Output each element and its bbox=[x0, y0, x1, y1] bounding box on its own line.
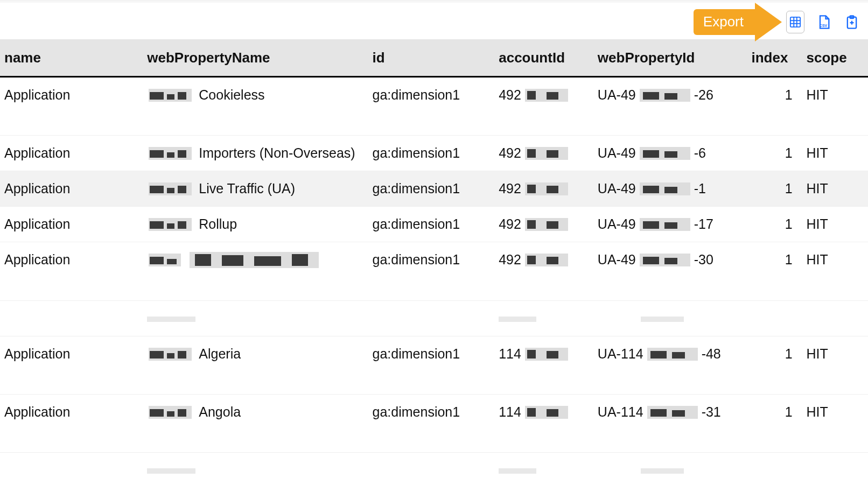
cell-webPropertyId: UA-114 -31 bbox=[593, 395, 747, 453]
group-gap bbox=[0, 453, 868, 479]
cell-id: ga:dimension1 bbox=[368, 395, 495, 453]
cell-accountId: 492 bbox=[494, 207, 593, 242]
cell-accountId: 114 bbox=[494, 336, 593, 395]
webPropertyId-suffix: -17 bbox=[694, 216, 713, 232]
export-callout-arrow: Export bbox=[694, 9, 782, 35]
webPropertyName-suffix: Rollup bbox=[199, 216, 237, 232]
webPropertyId-prefix: UA-114 bbox=[598, 346, 643, 362]
arrow-right-icon bbox=[755, 3, 782, 41]
cell-index: 1 bbox=[747, 77, 802, 136]
webPropertyId-suffix: -31 bbox=[702, 404, 721, 420]
webPropertyId-prefix: UA-49 bbox=[598, 145, 636, 161]
cell-webPropertyId: UA-49 -30 bbox=[593, 242, 747, 301]
export-csv-button[interactable]: CSV bbox=[815, 13, 832, 31]
cell-name: Application bbox=[0, 336, 143, 395]
cell-name: Application bbox=[0, 207, 143, 242]
copy-clipboard-button[interactable] bbox=[843, 13, 860, 31]
table-header-row: name webPropertyName id accountId webPro… bbox=[0, 40, 868, 77]
webPropertyId-prefix: UA-49 bbox=[598, 87, 636, 103]
cell-accountId: 492 bbox=[494, 242, 593, 301]
webPropertyName-suffix: Cookieless bbox=[199, 87, 264, 103]
accountId-prefix: 114 bbox=[499, 346, 521, 362]
cell-webPropertyId: UA-49 -17 bbox=[593, 207, 747, 242]
cell-id: ga:dimension1 bbox=[368, 77, 495, 136]
results-table: name webPropertyName id accountId webPro… bbox=[0, 40, 868, 478]
grid-icon bbox=[789, 15, 801, 30]
svg-text:CSV: CSV bbox=[820, 24, 828, 27]
cell-scope: HIT bbox=[802, 395, 868, 453]
cell-name: Application bbox=[0, 77, 143, 136]
toolbar: Export CSV bbox=[0, 5, 868, 40]
cell-webPropertyName: Cookieless bbox=[143, 77, 368, 136]
cell-webPropertyName: Rollup bbox=[143, 207, 368, 242]
webPropertyId-suffix: -6 bbox=[694, 145, 706, 161]
cell-webPropertyId: UA-49 -26 bbox=[593, 77, 747, 136]
webPropertyId-prefix: UA-49 bbox=[598, 181, 636, 196]
table-row[interactable]: Application Rollup ga:dimension1 492 UA-… bbox=[0, 207, 868, 242]
cell-index: 1 bbox=[747, 395, 802, 453]
cell-index: 1 bbox=[747, 242, 802, 301]
cell-scope: HIT bbox=[802, 336, 868, 395]
cell-scope: HIT bbox=[802, 171, 868, 207]
webPropertyId-suffix: -30 bbox=[694, 252, 713, 268]
col-webPropertyId[interactable]: webPropertyId bbox=[593, 40, 747, 77]
webPropertyId-suffix: -26 bbox=[694, 87, 713, 103]
table-row[interactable]: Application Angola ga:dimension1 114 UA-… bbox=[0, 395, 868, 453]
table-row[interactable]: Application Live Traffic (UA) ga:dimensi… bbox=[0, 171, 868, 207]
cell-webPropertyName: Angola bbox=[143, 395, 368, 453]
cell-accountId: 492 bbox=[494, 171, 593, 207]
cell-name: Application bbox=[0, 136, 143, 171]
cell-name: Application bbox=[0, 171, 143, 207]
cell-id: ga:dimension1 bbox=[368, 207, 495, 242]
cell-webPropertyName: Live Traffic (UA) bbox=[143, 171, 368, 207]
export-sheets-button[interactable] bbox=[786, 11, 804, 33]
table-row[interactable]: Application Cookieless ga:dimension1 492… bbox=[0, 77, 868, 136]
webPropertyId-prefix: UA-114 bbox=[598, 404, 643, 420]
cell-webPropertyId: UA-114 -48 bbox=[593, 336, 747, 395]
accountId-prefix: 492 bbox=[499, 181, 521, 196]
col-name[interactable]: name bbox=[0, 40, 143, 77]
cell-accountId: 492 bbox=[494, 136, 593, 171]
cell-accountId: 114 bbox=[494, 395, 593, 453]
cell-webPropertyName bbox=[143, 242, 368, 301]
col-index[interactable]: index bbox=[747, 40, 802, 77]
accountId-prefix: 492 bbox=[499, 87, 521, 103]
webPropertyId-suffix: -1 bbox=[694, 181, 706, 196]
cell-name: Application bbox=[0, 395, 143, 453]
accountId-prefix: 492 bbox=[499, 216, 521, 232]
webPropertyName-suffix: Importers (Non-Overseas) bbox=[199, 145, 355, 161]
cell-scope: HIT bbox=[802, 207, 868, 242]
cell-webPropertyId: UA-49 -1 bbox=[593, 171, 747, 207]
cell-index: 1 bbox=[747, 336, 802, 395]
cell-webPropertyName: Importers (Non-Overseas) bbox=[143, 136, 368, 171]
cell-webPropertyName: Algeria bbox=[143, 336, 368, 395]
col-webPropertyName[interactable]: webPropertyName bbox=[143, 40, 368, 77]
webPropertyName-suffix: Angola bbox=[199, 404, 241, 420]
cell-index: 1 bbox=[747, 207, 802, 242]
webPropertyId-prefix: UA-49 bbox=[598, 252, 636, 268]
cell-id: ga:dimension1 bbox=[368, 336, 495, 395]
accountId-prefix: 492 bbox=[499, 252, 521, 268]
table-row[interactable]: Application Algeria ga:dimension1 114 UA… bbox=[0, 336, 868, 395]
accountId-prefix: 492 bbox=[499, 145, 521, 161]
cell-accountId: 492 bbox=[494, 77, 593, 136]
cell-id: ga:dimension1 bbox=[368, 171, 495, 207]
cell-scope: HIT bbox=[802, 136, 868, 171]
svg-rect-0 bbox=[790, 17, 800, 27]
table-row[interactable]: Application ga:dimension1 492 UA-49 -30 … bbox=[0, 242, 868, 301]
cell-scope: HIT bbox=[802, 77, 868, 136]
webPropertyName-suffix: Live Traffic (UA) bbox=[199, 181, 295, 196]
col-id[interactable]: id bbox=[368, 40, 495, 77]
webPropertyId-suffix: -48 bbox=[702, 346, 721, 362]
col-scope[interactable]: scope bbox=[802, 40, 868, 77]
cell-id: ga:dimension1 bbox=[368, 242, 495, 301]
webPropertyId-prefix: UA-49 bbox=[598, 216, 636, 232]
export-callout-label: Export bbox=[694, 9, 755, 35]
accountId-prefix: 114 bbox=[499, 404, 521, 420]
col-accountId[interactable]: accountId bbox=[494, 40, 593, 77]
cell-webPropertyId: UA-49 -6 bbox=[593, 136, 747, 171]
table-row[interactable]: Application Importers (Non-Overseas) ga:… bbox=[0, 136, 868, 171]
cell-scope: HIT bbox=[802, 242, 868, 301]
cell-index: 1 bbox=[747, 136, 802, 171]
file-csv-icon: CSV bbox=[816, 15, 831, 30]
